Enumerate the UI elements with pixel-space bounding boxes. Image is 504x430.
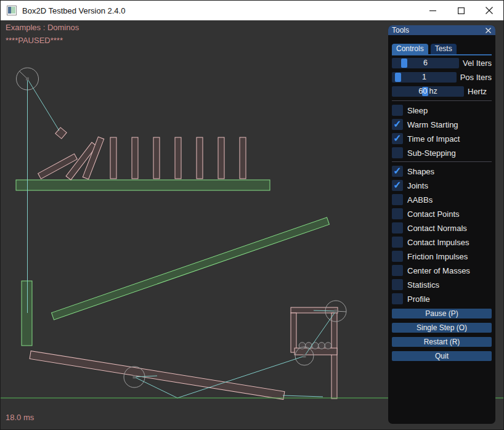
close-button[interactable] [475,1,503,20]
domino-7 [240,137,246,179]
checkbox-box[interactable] [392,293,403,304]
slider-section: 6Vel Iters1Pos Iters60 hzHertz [392,58,492,97]
checkbox-box[interactable] [392,222,403,233]
shapes-label: Shapes [407,167,434,176]
domino-3 [153,137,160,179]
maximize-button[interactable] [447,1,475,20]
profile-label: Profile [407,294,430,304]
domino-5 [197,137,203,179]
vel-iters-slider-track[interactable]: 6 [392,58,459,68]
warm-starting-checkbox[interactable]: ✓Warm Starting [392,119,492,130]
minimize-icon [429,7,436,14]
tools-panel: Tools Controls Tests 6Vel Iters1Pos Iter… [388,25,495,424]
tools-panel-titlebar[interactable]: Tools [388,25,495,35]
statistics-label: Statistics [407,280,439,290]
vel-iters-value: 6 [392,58,459,68]
tools-panel-title: Tools [392,26,409,34]
joints-label: Joints [407,181,428,190]
swinging-box [55,128,67,139]
frame-top-bar [291,307,338,313]
frame-bottom-circle-marker [303,355,306,358]
pulley-center-marker [26,78,29,81]
tab-underline [392,54,492,55]
checkbox-box[interactable]: ✓ [392,180,403,191]
checkbox-box[interactable] [392,251,403,262]
checkbox-box[interactable]: ✓ [392,133,403,144]
joints-checkbox[interactable]: ✓Joints [392,180,492,191]
sleep-checkbox[interactable]: Sleep [392,105,492,116]
minimize-button[interactable] [418,1,447,20]
window-controls [418,1,503,20]
domino-4 [175,137,181,179]
hertz-label: Hertz [468,87,487,96]
check-mark-icon: ✓ [392,133,403,144]
sub-stepping-label: Sub-Stepping [407,148,456,158]
vel-iters-label: Vel Iters [463,59,492,68]
aabbs-checkbox[interactable]: AABBs [392,194,492,205]
tab-bar: Controls Tests [392,44,492,54]
checkbox-box[interactable]: ✓ [392,166,403,177]
checkbox-box[interactable] [392,147,403,158]
pause-p-button[interactable]: Pause (P) [392,309,492,318]
contact-normals-checkbox[interactable]: Contact Normals [392,222,492,233]
restart-r-button[interactable]: Restart (R) [392,337,492,347]
check-mark-icon: ✓ [392,119,403,130]
tab-controls[interactable]: Controls [392,44,428,54]
ball-4 [319,343,325,349]
pos-iters-slider[interactable]: 1Pos Iters [392,72,492,83]
separator [392,100,492,101]
close-icon [486,7,493,14]
sleep-label: Sleep [407,106,428,115]
checkbox-box[interactable] [392,265,403,276]
tools-panel-body: Controls Tests 6Vel Iters1Pos Iters60 hz… [388,44,495,361]
checkbox-box[interactable] [392,105,403,116]
app-window: Box2D Testbed Version 2.4.0 [0,0,504,430]
ball-3 [312,343,319,349]
warm-starting-label: Warm Starting [407,120,458,129]
checkbox-box[interactable] [392,194,403,205]
pos-iters-slider-track[interactable]: 1 [392,72,457,83]
tools-close-button[interactable] [484,26,492,34]
contact-normals-label: Contact Normals [407,224,467,233]
time-of-impact-checkbox[interactable]: ✓Time of Impact [392,133,492,144]
example-title-text: Examples : Dominos [6,23,79,32]
checkbox-box[interactable]: ✓ [392,119,403,130]
maximize-icon [458,7,465,14]
hertz-value: 60 hz [392,86,464,97]
solver-checkbox-group: Sleep✓Warm Starting✓Time of ImpactSub-St… [392,105,492,158]
check-mark-icon: ✓ [392,166,403,177]
draw-checkbox-group: ✓Shapes✓JointsAABBsContact PointsContact… [392,166,492,304]
hertz-slider-track[interactable]: 60 hz [392,86,464,97]
vel-iters-slider[interactable]: 6Vel Iters [392,58,492,68]
checkbox-box[interactable] [392,279,403,290]
ball-5 [325,343,331,349]
pos-iters-label: Pos Iters [460,73,492,82]
diagonal-plank [52,217,330,320]
joint-rope-on-ground [283,396,323,397]
contact-impulses-checkbox[interactable]: Contact Impulses [392,237,492,248]
check-mark-icon: ✓ [392,180,403,191]
shapes-checkbox[interactable]: ✓Shapes [392,166,492,177]
checkbox-box[interactable] [392,237,403,248]
friction-impulses-label: Friction Impulses [407,252,468,261]
checkbox-box[interactable] [392,208,403,219]
frame-time-text: 18.0 ms [6,413,34,422]
center-of-masses-checkbox[interactable]: Center of Masses [392,265,492,276]
aabbs-label: AABBs [407,195,433,205]
action-button-stack: Pause (P)Single Step (O)Restart (R)Quit [392,309,492,361]
quit-button[interactable]: Quit [392,351,492,361]
tab-tests[interactable]: Tests [431,44,457,54]
friction-impulses-checkbox[interactable]: Friction Impulses [392,251,492,262]
hertz-slider[interactable]: 60 hzHertz [392,86,492,97]
profile-checkbox[interactable]: Profile [392,293,492,304]
frame-top-circle-marker [335,310,338,313]
contact-impulses-label: Contact Impulses [407,238,469,247]
os-titlebar: Box2D Testbed Version 2.4.0 [1,1,503,20]
vertical-plank [22,281,32,346]
sub-stepping-checkbox[interactable]: Sub-Stepping [392,147,492,158]
domino-2 [132,137,138,179]
center-of-masses-label: Center of Masses [407,266,470,275]
single-step-o-button[interactable]: Single Step (O) [392,323,492,333]
statistics-checkbox[interactable]: Statistics [392,279,492,290]
contact-points-checkbox[interactable]: Contact Points [392,208,492,219]
